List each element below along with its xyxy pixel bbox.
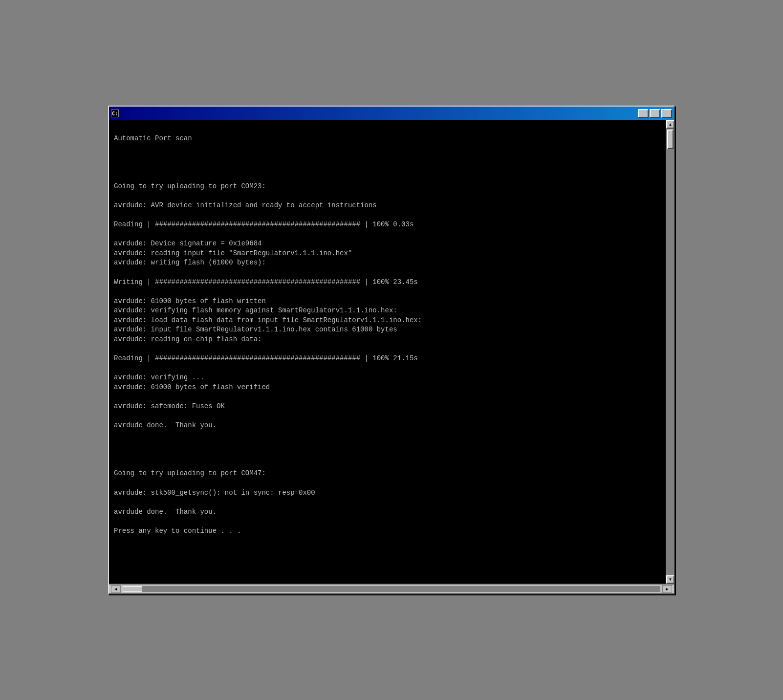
cmd-window: C: Automatic Port scan Going to try uplo… <box>108 106 675 594</box>
scroll-up-button[interactable]: ▲ <box>666 120 674 129</box>
scroll-down-button[interactable]: ▼ <box>666 575 674 584</box>
scroll-track[interactable] <box>666 129 674 575</box>
title-bar: C: <box>109 107 674 120</box>
h-scroll-thumb[interactable] <box>123 586 142 592</box>
title-bar-buttons <box>638 109 672 118</box>
close-button[interactable] <box>661 109 672 118</box>
content-area: Automatic Port scan Going to try uploadi… <box>109 120 674 584</box>
minimize-button[interactable] <box>638 109 649 118</box>
horizontal-scrollbar: ◄ ► <box>109 584 674 593</box>
terminal-output[interactable]: Automatic Port scan Going to try uploadi… <box>109 120 666 584</box>
scroll-left-button[interactable]: ◄ <box>111 585 121 593</box>
title-bar-left: C: <box>111 109 122 117</box>
maximize-button[interactable] <box>650 109 660 118</box>
scroll-thumb[interactable] <box>667 130 674 149</box>
vertical-scrollbar[interactable]: ▲ ▼ <box>666 120 674 584</box>
cmd-icon: C: <box>111 109 119 117</box>
scroll-right-button[interactable]: ► <box>662 585 672 593</box>
h-scroll-track[interactable] <box>123 586 660 592</box>
